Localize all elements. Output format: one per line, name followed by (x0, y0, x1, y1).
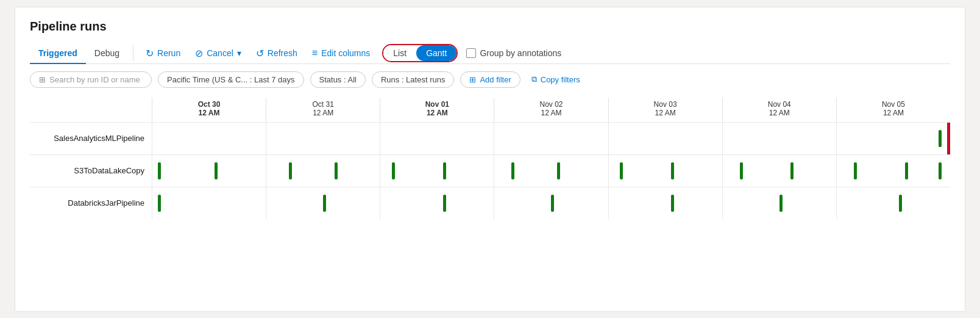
gantt-cell (494, 187, 608, 219)
gantt-bar (551, 195, 554, 212)
gantt-col-header: Nov 0312 AM (608, 98, 722, 122)
cancel-button[interactable]: ⊘ Cancel ▾ (188, 44, 249, 63)
gantt-cell (608, 123, 722, 154)
gantt-header: Oct 3012 AMOct 3112 AMNov 0112 AMNov 021… (152, 98, 950, 122)
add-filter-icon: ⊞ (469, 75, 476, 84)
gantt-cell (152, 155, 266, 187)
gantt-bar (854, 162, 857, 179)
gantt-row: S3ToDataLakeCopy (30, 154, 950, 187)
gantt-bar (790, 162, 794, 179)
list-view-button[interactable]: List (383, 45, 416, 61)
gantt-bar (392, 162, 395, 179)
gantt-cell (152, 123, 266, 154)
tab-debug[interactable]: Debug (86, 43, 128, 64)
gantt-bar (511, 162, 514, 179)
gantt-bar (557, 162, 560, 179)
gantt-col-header: Nov 0212 AM (494, 98, 608, 122)
gantt-bar (671, 195, 674, 212)
gantt-cell (266, 187, 380, 219)
gantt-rows: SalesAnalyticsMLPipelineS3ToDataLakeCopy… (30, 122, 950, 219)
gantt-bar (620, 162, 623, 179)
search-input[interactable]: ⊞ Search by run ID or name (30, 71, 152, 88)
pipeline-runs-container: Pipeline runs Triggered Debug ↻ Rerun ⊘ … (15, 7, 965, 312)
group-by-annotations: Group by annotations (466, 48, 561, 58)
gantt-cell (494, 155, 608, 187)
status-filter-pill[interactable]: Status : All (310, 71, 366, 88)
gantt-cell (266, 123, 380, 154)
toolbar: Triggered Debug ↻ Rerun ⊘ Cancel ▾ ↺ Ref… (30, 43, 950, 64)
gantt-row-cells (152, 155, 950, 187)
gantt-cell (608, 187, 722, 219)
gantt-row: SalesAnalyticsMLPipeline (30, 122, 950, 154)
gantt-bar (158, 162, 161, 179)
cancel-chevron-icon: ▾ (237, 48, 241, 58)
group-by-checkbox[interactable] (466, 48, 476, 58)
gantt-col-header: Nov 0512 AM (836, 98, 950, 122)
gantt-row-cells (152, 123, 950, 154)
gantt-cell (836, 155, 950, 187)
gantt-row-cells (152, 187, 950, 219)
gantt-cell (494, 123, 608, 154)
gantt-cell (380, 187, 494, 219)
gantt-col-header: Oct 3012 AM (152, 98, 266, 122)
gantt-bar (289, 162, 292, 179)
gantt-cell (722, 155, 836, 187)
gantt-col-header: Oct 3112 AM (266, 98, 380, 122)
gantt-cell (152, 187, 266, 219)
gantt-cell (266, 155, 380, 187)
filters-row: ⊞ Search by run ID or name Pacific Time … (30, 71, 950, 88)
gantt-bar (443, 162, 446, 179)
gantt-bar (158, 195, 161, 212)
gantt-bar (779, 195, 783, 212)
gantt-bar (899, 195, 902, 212)
gantt-bar (215, 162, 218, 179)
gantt-col-header: Nov 0412 AM (722, 98, 836, 122)
tab-triggered[interactable]: Triggered (30, 43, 86, 64)
copy-filters-button[interactable]: ⧉ Copy filters (527, 71, 585, 87)
gantt-bar (335, 162, 338, 179)
time-filter-pill[interactable]: Pacific Time (US & C... : Last 7 days (158, 71, 304, 88)
gantt-cell (722, 123, 836, 154)
add-filter-button[interactable]: ⊞ Add filter (460, 71, 520, 88)
gantt-row-label: S3ToDataLakeCopy (30, 166, 152, 175)
refresh-button[interactable]: ↺ Refresh (249, 44, 305, 63)
runs-filter-pill[interactable]: Runs : Latest runs (372, 71, 455, 88)
gantt-cell (836, 123, 950, 154)
edit-columns-icon: ≡ (312, 48, 318, 59)
gantt-redbar (947, 123, 950, 154)
gantt-bar (671, 162, 674, 179)
copy-icon: ⧉ (531, 74, 537, 84)
rerun-icon: ↻ (146, 48, 154, 59)
page-title: Pipeline runs (30, 20, 950, 34)
search-icon: ⊞ (39, 75, 46, 84)
gantt-bar (323, 195, 326, 212)
gantt-cell (722, 187, 836, 219)
gantt-row: DatabricksJarPipeline (30, 187, 950, 219)
gantt-cell (380, 123, 494, 154)
gantt-bar (939, 162, 942, 179)
gantt-bar (740, 162, 743, 179)
view-toggle: List Gantt (382, 44, 458, 62)
gantt-view-button[interactable]: Gantt (416, 45, 456, 61)
gantt-row-label: DatabricksJarPipeline (30, 198, 152, 208)
cancel-icon: ⊘ (195, 48, 203, 59)
gantt-bar (443, 195, 446, 212)
gantt-cell (836, 187, 950, 219)
gantt-cell (380, 155, 494, 187)
gantt-bar (939, 130, 942, 147)
refresh-icon: ↺ (256, 48, 264, 59)
gantt-row-label: SalesAnalyticsMLPipeline (30, 134, 152, 143)
divider-1 (133, 45, 133, 62)
gantt-col-header: Nov 0112 AM (380, 98, 494, 122)
rerun-button[interactable]: ↻ Rerun (138, 44, 188, 63)
edit-columns-button[interactable]: ≡ Edit columns (305, 44, 378, 62)
gantt-chart: Oct 3012 AMOct 3112 AMNov 0112 AMNov 021… (30, 98, 950, 219)
gantt-bar (905, 162, 908, 179)
gantt-cell (608, 155, 722, 187)
